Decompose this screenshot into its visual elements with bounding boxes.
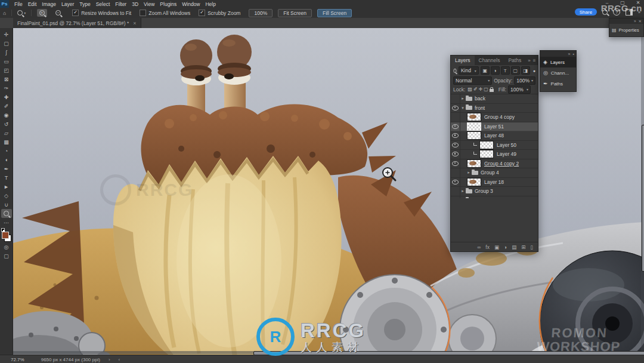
edit-toolbar[interactable]: ⋯: [1, 218, 12, 227]
screen-mode-button[interactable]: ▢: [1, 251, 12, 260]
checkbox-resize-windows-to-fit[interactable]: ✓: [72, 10, 79, 16]
brush-tool[interactable]: ✐: [1, 101, 12, 110]
filter-pixel-layers-icon[interactable]: ▣: [481, 66, 490, 75]
history-brush-tool[interactable]: ↺: [1, 119, 12, 128]
hand-tool[interactable]: ∪: [1, 200, 12, 209]
dock-button-layers[interactable]: ◈Layers: [540, 57, 576, 67]
layer-filter-toggle[interactable]: ●: [533, 69, 535, 73]
properties-button[interactable]: ▤ Properties: [609, 24, 643, 36]
layer-row-layer-51[interactable]: Layer 51: [451, 122, 538, 132]
new-group-icon[interactable]: ▤: [512, 244, 516, 250]
option-scrubby-zoom[interactable]: ✓Scrubby Zoom: [199, 10, 240, 16]
dock-button-paths[interactable]: ✒Paths: [540, 78, 576, 89]
expand-panels-icon[interactable]: »: [568, 52, 571, 56]
filter-adjustment-layers-icon[interactable]: ◑: [491, 66, 500, 75]
dodge-tool[interactable]: ◖: [1, 155, 12, 164]
visibility-cell[interactable]: [451, 104, 460, 113]
dock-menu-icon[interactable]: ▪: [573, 52, 574, 56]
visibility-cell[interactable]: [451, 168, 460, 177]
100-button[interactable]: 100%: [249, 9, 273, 17]
document-tab[interactable]: FinalPaint_01.psd @ 72.7% (Layer 51, RGB…: [13, 18, 141, 28]
group-caret-icon[interactable]: ▾: [460, 106, 465, 110]
collapse-panel-icon[interactable]: »: [634, 19, 636, 23]
layer-row-back[interactable]: ▸back: [451, 94, 538, 104]
visibility-cell[interactable]: [451, 178, 460, 187]
layer-row-group-4[interactable]: ▸Group 4: [451, 168, 538, 178]
tab-paths[interactable]: Paths: [504, 56, 525, 65]
status-collapse-chevron[interactable]: ‹: [119, 357, 120, 362]
group-caret-icon[interactable]: ▸: [460, 96, 465, 101]
visibility-cell[interactable]: [451, 94, 460, 103]
frame-tool[interactable]: ⊠: [1, 75, 12, 84]
pen-tool[interactable]: ✒: [1, 164, 12, 173]
group-caret-icon[interactable]: ▸: [466, 170, 471, 175]
filter-shape-layers-icon[interactable]: ▢: [511, 66, 520, 75]
eyedropper-tool[interactable]: ✑: [1, 84, 12, 93]
layer-thumbnail[interactable]: [467, 122, 481, 131]
visibility-cell[interactable]: [451, 196, 460, 199]
layer-row-layer-49[interactable]: Layer 49: [451, 150, 538, 159]
lock-transparent-pixels-icon[interactable]: ▨: [467, 87, 472, 92]
group-caret-icon[interactable]: ▸: [460, 189, 465, 193]
layer-row-bg[interactable]: ▸BG: [451, 196, 538, 199]
menu-plugins[interactable]: Plugins: [160, 1, 177, 7]
home-icon[interactable]: ⌂: [3, 10, 6, 16]
eraser-tool[interactable]: ▱: [1, 128, 12, 137]
layer-row-front[interactable]: ▾front: [451, 104, 538, 113]
layer-thumbnail[interactable]: [479, 141, 494, 149]
quick-mask-button[interactable]: ◎: [1, 242, 12, 251]
dock-button-chann[interactable]: ◎Chann...: [540, 67, 576, 78]
menu-image[interactable]: Image: [42, 1, 56, 7]
close-icon[interactable]: ✕: [639, 19, 642, 24]
layer-row-layer-18[interactable]: Layer 18: [451, 178, 538, 187]
lock-image-pixels-icon[interactable]: ✐: [473, 87, 478, 92]
status-zoom-level[interactable]: 72.7%: [11, 357, 24, 362]
share-button[interactable]: Share: [575, 8, 597, 16]
clone-stamp-tool[interactable]: ◉: [1, 110, 12, 119]
zoom-tool[interactable]: [1, 209, 12, 218]
crop-tool[interactable]: ◰: [1, 66, 12, 75]
layer-row-layer-48[interactable]: Layer 48: [451, 131, 538, 141]
visibility-cell[interactable]: [451, 113, 460, 122]
color-swatches[interactable]: [1, 229, 12, 242]
vertical-scrollbar[interactable]: [641, 28, 644, 351]
layer-row-group-3[interactable]: ▸Group 3: [451, 187, 538, 196]
tab-layers[interactable]: Layers: [451, 56, 475, 65]
lock-all-icon[interactable]: [490, 89, 494, 92]
layer-thumbnail[interactable]: [467, 159, 481, 168]
filter-smart-objects-icon[interactable]: ◨: [521, 66, 530, 75]
panel-menu-icon[interactable]: ≡: [533, 58, 536, 63]
layer-row-group-4-copy-2[interactable]: Group 4 copy 2: [451, 159, 538, 169]
blur-tool[interactable]: ◔: [1, 146, 12, 155]
type-tool[interactable]: T: [1, 173, 12, 182]
collapse-panel-icon[interactable]: »: [528, 58, 530, 63]
lock-position-icon[interactable]: ✛: [479, 87, 483, 92]
link-layers-icon[interactable]: ∞: [477, 244, 481, 250]
gradient-tool[interactable]: ▩: [1, 137, 12, 146]
delete-layer-icon[interactable]: ▯: [530, 244, 533, 250]
layer-row-layer-50[interactable]: Layer 50: [451, 141, 538, 150]
tool-preset-picker[interactable]: ▾: [17, 10, 26, 16]
fill-screen-button[interactable]: Fill Screen: [317, 9, 352, 17]
visibility-cell[interactable]: [451, 150, 460, 159]
object-selection-tool[interactable]: ▭: [1, 57, 12, 66]
menu-edit[interactable]: Edit: [28, 1, 37, 7]
checkbox-zoom-all-windows[interactable]: [140, 10, 146, 16]
layer-thumbnail[interactable]: [467, 131, 481, 140]
fit-screen-button[interactable]: Fit Screen: [278, 9, 312, 17]
menu-type[interactable]: Type: [79, 1, 90, 7]
lock-artboard-icon[interactable]: ▢: [484, 87, 488, 92]
layer-mask-icon[interactable]: ▣: [494, 244, 499, 250]
path-selection-tool[interactable]: ►: [1, 182, 12, 191]
menu-layer[interactable]: Layer: [61, 1, 74, 7]
vertical-scrollbar-thumb[interactable]: [642, 125, 644, 271]
checkbox-scrubby-zoom[interactable]: ✓: [199, 10, 205, 16]
move-tool[interactable]: ✛: [1, 30, 12, 39]
visibility-cell[interactable]: [451, 159, 460, 168]
fill-dropdown[interactable]: 100%▾: [508, 85, 531, 94]
lasso-tool[interactable]: ʃ: [1, 48, 12, 57]
healing-brush-tool[interactable]: ✚: [1, 93, 12, 101]
foreground-color-swatch[interactable]: [2, 232, 9, 239]
menu-select[interactable]: Select: [96, 1, 110, 7]
layer-thumbnail[interactable]: [467, 113, 481, 121]
